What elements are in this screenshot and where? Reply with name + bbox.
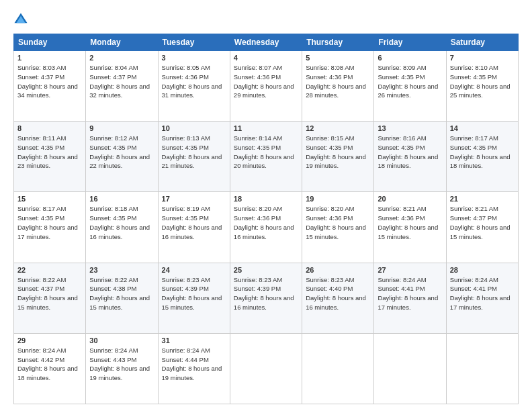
- day-number: 8: [17, 124, 82, 132]
- day-info: Sunrise: 8:10 AMSunset: 4:35 PMDaylight:…: [450, 63, 515, 100]
- sunset: Sunset: 4:35 PM: [234, 144, 281, 151]
- day-number: 15: [17, 195, 82, 203]
- day-cell-19: 19Sunrise: 8:20 AMSunset: 4:36 PMDayligh…: [302, 192, 374, 263]
- sunset: Sunset: 4:35 PM: [17, 214, 64, 222]
- day-number: 18: [234, 195, 298, 203]
- sunrise: Sunrise: 8:04 AM: [89, 64, 138, 71]
- day-number: 16: [89, 195, 154, 203]
- week-row-5: 29Sunrise: 8:24 AMSunset: 4:42 PMDayligh…: [14, 333, 519, 404]
- day-info: Sunrise: 8:21 AMSunset: 4:37 PMDaylight:…: [450, 204, 515, 241]
- daylight: Daylight: 8 hours and 16 minutes.: [89, 224, 150, 240]
- day-info: Sunrise: 8:18 AMSunset: 4:35 PMDaylight:…: [89, 204, 154, 241]
- sunrise: Sunrise: 8:24 AM: [378, 276, 426, 283]
- sunset: Sunset: 4:35 PM: [378, 144, 425, 151]
- sunset: Sunset: 4:35 PM: [450, 144, 497, 151]
- empty-cell: [302, 333, 374, 404]
- sunset: Sunset: 4:35 PM: [17, 144, 64, 151]
- day-info: Sunrise: 8:23 AMSunset: 4:40 PMDaylight:…: [306, 275, 370, 312]
- week-row-3: 15Sunrise: 8:17 AMSunset: 4:35 PMDayligh…: [14, 192, 519, 263]
- day-info: Sunrise: 8:03 AMSunset: 4:37 PMDaylight:…: [17, 63, 82, 100]
- day-cell-16: 16Sunrise: 8:18 AMSunset: 4:35 PMDayligh…: [86, 192, 158, 263]
- daylight: Daylight: 8 hours and 19 minutes.: [306, 153, 366, 170]
- day-number: 22: [17, 266, 82, 274]
- daylight: Daylight: 8 hours and 17 minutes.: [450, 294, 511, 311]
- daylight: Daylight: 8 hours and 23 minutes.: [17, 153, 78, 170]
- day-info: Sunrise: 8:09 AMSunset: 4:35 PMDaylight:…: [378, 63, 442, 100]
- day-number: 27: [378, 266, 442, 274]
- day-number: 13: [378, 124, 442, 132]
- daylight: Daylight: 8 hours and 25 minutes.: [450, 83, 511, 99]
- day-number: 1: [17, 54, 82, 62]
- sunset: Sunset: 4:41 PM: [450, 285, 497, 292]
- daylight: Daylight: 8 hours and 15 minutes.: [306, 224, 366, 240]
- sunrise: Sunrise: 8:13 AM: [162, 134, 210, 142]
- day-info: Sunrise: 8:24 AMSunset: 4:41 PMDaylight:…: [378, 275, 442, 312]
- day-info: Sunrise: 8:24 AMSunset: 4:43 PMDaylight:…: [89, 346, 154, 383]
- day-cell-5: 5Sunrise: 8:08 AMSunset: 4:36 PMDaylight…: [302, 51, 374, 122]
- day-info: Sunrise: 8:20 AMSunset: 4:36 PMDaylight:…: [234, 204, 298, 241]
- calendar-table: SundayMondayTuesdayWednesdayThursdayFrid…: [13, 34, 519, 404]
- sunset: Sunset: 4:36 PM: [378, 214, 425, 222]
- sunrise: Sunrise: 8:21 AM: [378, 205, 426, 212]
- sunrise: Sunrise: 8:17 AM: [450, 134, 498, 142]
- day-info: Sunrise: 8:13 AMSunset: 4:35 PMDaylight:…: [162, 134, 226, 171]
- sunset: Sunset: 4:35 PM: [89, 144, 136, 151]
- day-info: Sunrise: 8:17 AMSunset: 4:35 PMDaylight:…: [17, 204, 82, 241]
- sunrise: Sunrise: 8:05 AM: [162, 64, 210, 71]
- empty-cell: [230, 333, 302, 404]
- col-header-sunday: Sunday: [14, 34, 86, 51]
- sunrise: Sunrise: 8:23 AM: [234, 276, 282, 283]
- header-row: SundayMondayTuesdayWednesdayThursdayFrid…: [14, 34, 519, 51]
- page: SundayMondayTuesdayWednesdayThursdayFrid…: [0, 0, 532, 411]
- sunrise: Sunrise: 8:23 AM: [162, 276, 210, 283]
- day-cell-1: 1Sunrise: 8:03 AMSunset: 4:37 PMDaylight…: [14, 51, 86, 122]
- day-number: 11: [234, 124, 298, 132]
- day-info: Sunrise: 8:17 AMSunset: 4:35 PMDaylight:…: [450, 134, 515, 171]
- day-cell-11: 11Sunrise: 8:14 AMSunset: 4:35 PMDayligh…: [230, 122, 302, 192]
- sunrise: Sunrise: 8:24 AM: [450, 276, 498, 283]
- day-info: Sunrise: 8:22 AMSunset: 4:37 PMDaylight:…: [17, 275, 82, 312]
- empty-cell: [374, 333, 446, 404]
- day-number: 3: [162, 54, 226, 62]
- sunset: Sunset: 4:37 PM: [89, 73, 136, 81]
- sunrise: Sunrise: 8:18 AM: [89, 205, 138, 212]
- day-number: 31: [162, 336, 226, 345]
- day-info: Sunrise: 8:22 AMSunset: 4:38 PMDaylight:…: [89, 275, 154, 312]
- day-info: Sunrise: 8:23 AMSunset: 4:39 PMDaylight:…: [162, 275, 226, 312]
- day-number: 29: [17, 336, 82, 345]
- week-row-4: 22Sunrise: 8:22 AMSunset: 4:37 PMDayligh…: [14, 263, 519, 333]
- day-number: 2: [89, 54, 154, 62]
- sunrise: Sunrise: 8:23 AM: [306, 276, 354, 283]
- day-info: Sunrise: 8:14 AMSunset: 4:35 PMDaylight:…: [234, 134, 298, 171]
- day-cell-14: 14Sunrise: 8:17 AMSunset: 4:35 PMDayligh…: [446, 122, 518, 192]
- sunrise: Sunrise: 8:20 AM: [306, 205, 354, 212]
- day-info: Sunrise: 8:08 AMSunset: 4:36 PMDaylight:…: [306, 63, 370, 100]
- daylight: Daylight: 8 hours and 17 minutes.: [17, 224, 78, 240]
- day-number: 12: [306, 124, 370, 132]
- daylight: Daylight: 8 hours and 32 minutes.: [89, 83, 150, 99]
- day-number: 28: [450, 266, 515, 274]
- sunset: Sunset: 4:42 PM: [17, 356, 64, 363]
- day-number: 30: [89, 336, 154, 345]
- sunset: Sunset: 4:36 PM: [234, 214, 281, 222]
- day-number: 4: [234, 54, 298, 62]
- day-info: Sunrise: 8:07 AMSunset: 4:36 PMDaylight:…: [234, 63, 298, 100]
- daylight: Daylight: 8 hours and 17 minutes.: [378, 294, 438, 311]
- day-info: Sunrise: 8:24 AMSunset: 4:42 PMDaylight:…: [17, 346, 82, 383]
- day-cell-28: 28Sunrise: 8:24 AMSunset: 4:41 PMDayligh…: [446, 263, 518, 333]
- day-info: Sunrise: 8:19 AMSunset: 4:35 PMDaylight:…: [162, 204, 226, 241]
- sunset: Sunset: 4:38 PM: [89, 285, 136, 292]
- sunrise: Sunrise: 8:09 AM: [378, 64, 426, 71]
- day-info: Sunrise: 8:05 AMSunset: 4:36 PMDaylight:…: [162, 63, 226, 100]
- day-info: Sunrise: 8:15 AMSunset: 4:35 PMDaylight:…: [306, 134, 370, 171]
- daylight: Daylight: 8 hours and 16 minutes.: [162, 224, 222, 240]
- sunrise: Sunrise: 8:08 AM: [306, 64, 354, 71]
- daylight: Daylight: 8 hours and 15 minutes.: [17, 294, 78, 311]
- day-cell-20: 20Sunrise: 8:21 AMSunset: 4:36 PMDayligh…: [374, 192, 446, 263]
- sunset: Sunset: 4:35 PM: [450, 73, 497, 81]
- col-header-tuesday: Tuesday: [158, 34, 230, 51]
- header: [13, 12, 519, 27]
- day-cell-22: 22Sunrise: 8:22 AMSunset: 4:37 PMDayligh…: [14, 263, 86, 333]
- sunrise: Sunrise: 8:19 AM: [162, 205, 210, 212]
- sunset: Sunset: 4:36 PM: [306, 73, 353, 81]
